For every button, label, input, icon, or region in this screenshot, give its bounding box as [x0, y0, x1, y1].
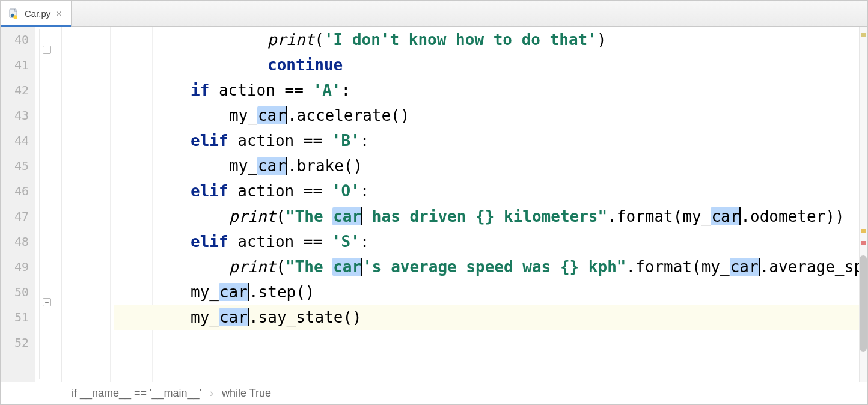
code-line[interactable]: if action == 'A': [114, 78, 859, 103]
code-text: : [360, 233, 370, 251]
code-text: .odometer)) [741, 207, 844, 225]
code-text: action == [209, 81, 313, 99]
fold-toggle[interactable]: − [43, 46, 51, 54]
code-text: : [360, 182, 370, 200]
svg-point-2 [13, 15, 17, 19]
highlight-occurrence: car [711, 207, 740, 225]
chevron-right-icon: › [210, 387, 213, 400]
line-number: 50 [1, 279, 29, 305]
line-number: 43 [1, 103, 29, 128]
keyword: continue [267, 56, 343, 74]
code-line[interactable]: print("The car's average speed was {} kp… [114, 254, 859, 279]
code-text: .brake() [287, 157, 362, 175]
highlight-occurrence: car [332, 258, 362, 276]
close-icon[interactable]: ✕ [55, 9, 63, 19]
code-line[interactable]: my_car.step() [114, 279, 859, 305]
code-text: ( [276, 207, 286, 225]
line-number: 44 [1, 128, 29, 153]
gutter: 40414243444546474849505152 [1, 27, 35, 382]
code-text: my_ [191, 283, 219, 301]
string-literal: 'O' [332, 182, 360, 200]
code-text: my_ [229, 106, 257, 124]
code-line[interactable]: print('I don't know how to do that') [114, 27, 859, 52]
code-line[interactable]: elif action == 'O': [114, 178, 859, 204]
code-text: my_ [229, 157, 257, 175]
highlight-occurrence: car [219, 308, 248, 326]
code-text: .accelerate() [287, 106, 410, 124]
highlight-occurrence: car [730, 258, 759, 276]
keyword: elif [191, 233, 228, 251]
highlight-occurrence: car [332, 207, 362, 225]
code-text: .format(my_ [626, 258, 729, 276]
string-literal: 's average speed was {} kph" [362, 258, 626, 276]
highlight-occurrence: car [219, 283, 248, 301]
fold-toggle[interactable]: − [43, 298, 51, 306]
line-number: 49 [1, 254, 29, 279]
builtin-call: print [229, 258, 276, 276]
code-text: action == [228, 182, 332, 200]
code-line[interactable]: elif action == 'S': [114, 229, 859, 254]
string-literal: 'B' [332, 132, 360, 150]
string-literal: "The [286, 258, 332, 276]
fold-column: −− [35, 27, 62, 382]
code-text: .format(my_ [607, 207, 711, 225]
code-text: : [341, 81, 350, 99]
builtin-call: print [267, 31, 314, 49]
breadcrumb-item[interactable]: if __name__ == '__main__' [72, 387, 201, 400]
code-line[interactable]: my_car.accelerate() [114, 103, 859, 128]
string-literal: 'A' [313, 81, 341, 99]
line-number: 52 [1, 330, 29, 355]
vertical-scrollbar[interactable] [859, 27, 867, 382]
code-text: : [360, 132, 370, 150]
line-number: 46 [1, 178, 29, 204]
string-literal: 'I don't know how to do that' [324, 31, 597, 49]
line-number: 45 [1, 153, 29, 178]
keyword: elif [191, 182, 228, 200]
indent-guides [62, 27, 114, 382]
code-text: .say_state() [249, 308, 362, 326]
code-text: action == [228, 132, 332, 150]
code-text: ( [314, 31, 324, 49]
code-text: ( [276, 258, 286, 276]
string-literal: has driven {} kilometers" [362, 207, 607, 225]
line-number: 47 [1, 204, 29, 229]
marker-strip[interactable] [859, 27, 867, 382]
scrollbar-thumb[interactable] [860, 255, 867, 352]
line-number: 51 [1, 305, 29, 330]
keyword: if [191, 81, 209, 99]
code-text: action == [228, 233, 332, 251]
line-number: 41 [1, 52, 29, 78]
code-text: my_ [191, 308, 219, 326]
code-line[interactable]: my_car.say_state() [114, 305, 859, 330]
builtin-call: print [229, 207, 276, 225]
code-area[interactable]: print('I don't know how to do that')cont… [114, 27, 859, 382]
breadcrumb-item[interactable]: while True [222, 387, 271, 400]
code-text: ) [597, 31, 607, 49]
highlight-occurrence: car [257, 106, 287, 124]
tab-car-py[interactable]: Car.py ✕ [1, 1, 72, 26]
string-literal: 'S' [332, 233, 360, 251]
code-line[interactable]: print("The car has driven {} kilometers"… [114, 204, 859, 229]
line-number: 40 [1, 27, 29, 52]
code-line[interactable] [114, 330, 859, 355]
code-text: .average_speed [760, 258, 859, 276]
line-number: 42 [1, 78, 29, 103]
keyword: elif [191, 132, 228, 150]
tab-filename: Car.py [25, 8, 50, 19]
highlight-occurrence: car [257, 157, 287, 175]
string-literal: "The [286, 207, 332, 225]
tab-bar: Car.py ✕ [1, 1, 867, 27]
line-number: 48 [1, 229, 29, 254]
code-line[interactable]: continue [114, 52, 859, 78]
code-text: .step() [249, 283, 315, 301]
breadcrumb: if __name__ == '__main__' › while True [1, 382, 867, 404]
python-file-icon [9, 8, 20, 19]
code-line[interactable]: elif action == 'B': [114, 128, 859, 153]
code-line[interactable]: my_car.brake() [114, 153, 859, 178]
editor: 40414243444546474849505152 −− print('I d… [1, 27, 867, 382]
